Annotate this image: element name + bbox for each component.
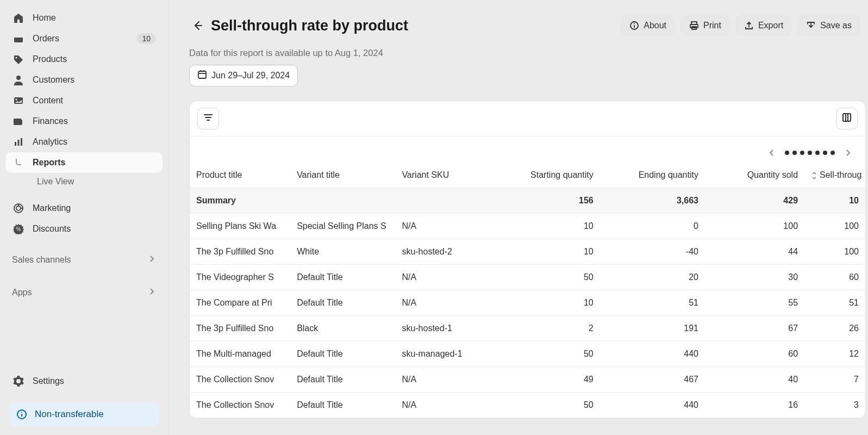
cell-product: The 3p Fulfilled Sno	[190, 316, 290, 341]
tree-branch-icon	[12, 156, 25, 169]
calendar-icon	[197, 70, 207, 82]
button-label: About	[644, 21, 666, 30]
col-starting-quantity[interactable]: Starting quantity	[501, 163, 600, 188]
sidebar-item-label: Analytics	[33, 137, 67, 147]
svg-rect-19	[690, 24, 698, 28]
svg-point-14	[21, 412, 22, 413]
back-button[interactable]	[189, 17, 205, 34]
table-row[interactable]: The Collection SnovDefault TitleN/A50440…	[190, 393, 865, 418]
svg-point-17	[634, 23, 635, 24]
cell-sold: 100	[705, 214, 804, 239]
save-as-icon	[806, 21, 816, 30]
about-button[interactable]: About	[621, 15, 675, 36]
summary-label: Summary	[190, 188, 290, 214]
print-button[interactable]: Print	[680, 15, 730, 36]
cell-sold: 60	[705, 341, 804, 367]
cell-sell: 100	[804, 214, 865, 239]
sidebar-item-liveview[interactable]: Live View	[5, 173, 163, 190]
cell-product: The Collection Snov	[190, 367, 290, 393]
cell-variant: White	[290, 239, 395, 265]
cell-start: 50	[501, 341, 600, 367]
table-summary-row: Summary 156 3,663 429 10	[190, 188, 865, 214]
svg-text:%: %	[16, 226, 21, 232]
sidebar-item-orders[interactable]: Orders 10	[5, 28, 163, 49]
columns-button[interactable]	[836, 108, 858, 129]
wallet-icon	[12, 115, 25, 128]
cell-sell: 100	[804, 239, 865, 265]
pager-prev[interactable]	[765, 146, 778, 159]
summary-ending-qty: 3,663	[600, 188, 705, 214]
target-icon	[12, 202, 25, 215]
info-icon	[16, 409, 27, 420]
cell-end: 0	[600, 214, 705, 239]
export-icon	[744, 21, 754, 30]
cell-end: -40	[600, 239, 705, 265]
pager-next[interactable]	[841, 146, 854, 159]
page-title: Sell-through rate by product	[211, 17, 408, 34]
cell-sold: 40	[705, 367, 804, 393]
svg-rect-8	[21, 138, 22, 146]
svg-point-2	[16, 57, 17, 59]
pager	[190, 136, 865, 163]
sidebar-section-sales-channels[interactable]: Sales channels	[5, 250, 163, 270]
cell-sold: 55	[705, 290, 804, 316]
filter-icon	[203, 112, 214, 125]
print-icon	[689, 21, 699, 30]
export-button[interactable]: Export	[735, 15, 792, 36]
sidebar-item-reports[interactable]: Reports	[5, 152, 163, 173]
data-availability-text: Data for this report is available up to …	[189, 48, 868, 58]
table-row[interactable]: The Collection SnovDefault TitleN/A49467…	[190, 367, 865, 393]
button-label: Export	[758, 21, 783, 30]
sidebar-item-settings[interactable]: Settings	[5, 371, 163, 391]
cell-sku: N/A	[395, 265, 500, 290]
sidebar-item-label: Content	[33, 96, 63, 105]
cell-sell: 3	[804, 393, 865, 418]
sidebar-item-products[interactable]: Products	[5, 49, 163, 70]
cell-sold: 30	[705, 265, 804, 290]
cell-sku: N/A	[395, 393, 500, 418]
cell-variant: Default Title	[290, 290, 395, 316]
date-range-picker[interactable]: Jun 29–Jul 29, 2024	[189, 65, 298, 86]
cell-variant: Special Selling Plans S	[290, 214, 395, 239]
table-row[interactable]: The Videographer SDefault TitleN/A502030…	[190, 265, 865, 290]
cell-start: 2	[501, 316, 600, 341]
sidebar-item-label: Orders	[33, 34, 59, 44]
sidebar-item-finances[interactable]: Finances	[5, 111, 163, 132]
table-header-row: Product title Variant title Variant SKU …	[190, 163, 865, 188]
cell-end: 440	[600, 393, 705, 418]
table-row[interactable]: The 3p Fulfilled SnoBlacksku-hosted-1219…	[190, 316, 865, 341]
sidebar-item-marketing[interactable]: Marketing	[5, 198, 163, 219]
sidebar-item-analytics[interactable]: Analytics	[5, 132, 163, 152]
col-sell-through[interactable]: Sell-throug	[804, 163, 865, 188]
cell-sell: 51	[804, 290, 865, 316]
sidebar-item-content[interactable]: Content	[5, 90, 163, 111]
svg-rect-1	[14, 36, 23, 38]
sidebar-section-apps[interactable]: Apps	[5, 283, 163, 302]
sidebar-item-customers[interactable]: Customers	[5, 70, 163, 90]
cell-product: The Compare at Pri	[190, 290, 290, 316]
cell-start: 10	[501, 290, 600, 316]
col-quantity-sold[interactable]: Quantity sold	[705, 163, 804, 188]
col-variant-title[interactable]: Variant title	[290, 163, 395, 188]
analytics-icon	[12, 135, 25, 148]
cell-start: 50	[501, 265, 600, 290]
sidebar-item-label: Customers	[33, 75, 74, 85]
table-row[interactable]: The Compare at PriDefault TitleN/A105155…	[190, 290, 865, 316]
cell-sku: sku-hosted-1	[395, 316, 500, 341]
cell-start: 10	[501, 214, 600, 239]
save-as-button[interactable]: Save as	[797, 15, 860, 36]
table-row[interactable]: Selling Plans Ski WaSpecial Selling Plan…	[190, 214, 865, 239]
svg-rect-6	[15, 142, 16, 146]
col-ending-quantity[interactable]: Ending quantity	[600, 163, 705, 188]
non-transferable-banner[interactable]: Non-transferable	[9, 402, 159, 426]
sidebar-item-discounts[interactable]: % Discounts	[5, 219, 163, 239]
sidebar-item-home[interactable]: Home	[5, 8, 163, 28]
cell-sku: N/A	[395, 214, 500, 239]
table-row[interactable]: The 3p Fulfilled SnoWhitesku-hosted-210-…	[190, 239, 865, 265]
col-variant-sku[interactable]: Variant SKU	[395, 163, 500, 188]
filter-button[interactable]	[197, 108, 219, 129]
table-row[interactable]: The Multi-managedDefault Titlesku-manage…	[190, 341, 865, 367]
orders-icon	[12, 32, 25, 45]
report-table: Product title Variant title Variant SKU …	[190, 163, 865, 418]
col-product-title[interactable]: Product title	[190, 163, 290, 188]
